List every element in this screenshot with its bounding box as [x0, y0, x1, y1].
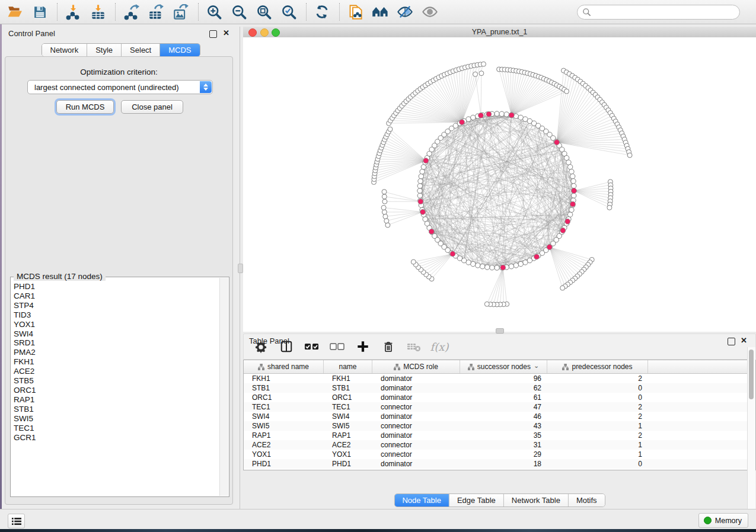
mcds-result-item[interactable]: PHD1 [14, 282, 218, 291]
network-node[interactable] [572, 193, 576, 198]
network-node[interactable] [564, 89, 569, 94]
mcds-result-item[interactable]: TEC1 [14, 424, 218, 433]
network-node[interactable] [499, 111, 504, 116]
zoom-in-icon[interactable] [205, 3, 223, 21]
import-table-icon[interactable] [89, 3, 107, 21]
mcds-result-item[interactable]: ORC1 [14, 386, 218, 395]
network-node[interactable] [382, 210, 387, 214]
tab-network-table[interactable]: Network Table [504, 494, 569, 507]
mcds-result-item[interactable]: SWI5 [14, 414, 218, 424]
close-panel-button[interactable]: Close panel [121, 100, 183, 114]
mcds-result-item[interactable]: YOX1 [14, 320, 218, 329]
hide-details-icon[interactable] [396, 3, 414, 21]
column-header-name[interactable]: name [324, 360, 372, 373]
network-node[interactable] [500, 265, 506, 270]
network-node[interactable] [565, 219, 570, 224]
table-row[interactable]: SWI5SWI5connector431 [244, 421, 755, 431]
run-mcds-button[interactable]: Run MCDS [56, 100, 114, 114]
search-network-icon[interactable] [371, 3, 389, 21]
import-network-icon[interactable] [64, 3, 82, 21]
table-scrollbar[interactable] [747, 360, 755, 470]
network-node[interactable] [450, 251, 455, 257]
open-file-icon[interactable] [6, 3, 24, 21]
network-node[interactable] [627, 153, 632, 158]
table-scrollbar-thumb[interactable] [749, 360, 754, 399]
network-node[interactable] [382, 190, 387, 194]
network-node[interactable] [476, 263, 480, 268]
mcds-result-item[interactable]: TID3 [14, 310, 218, 320]
mcds-result-item[interactable]: SRD1 [14, 338, 218, 348]
network-node[interactable] [382, 199, 387, 204]
mcds-result-item[interactable]: ACE2 [14, 367, 218, 376]
tab-network[interactable]: Network [42, 44, 87, 56]
column-header-MCDS-role[interactable]: MCDS role [372, 360, 460, 373]
zoom-selected-icon[interactable] [280, 3, 298, 21]
network-node[interactable] [382, 194, 387, 199]
tab-style[interactable]: Style [87, 44, 122, 56]
network-canvas[interactable] [243, 37, 756, 332]
network-search-box[interactable] [577, 5, 740, 20]
network-node[interactable] [420, 169, 425, 174]
mcds-result-item[interactable]: STB5 [14, 376, 218, 386]
network-node[interactable] [423, 217, 428, 222]
network-node[interactable] [417, 188, 422, 193]
network-node[interactable] [419, 174, 423, 178]
network-node[interactable] [411, 259, 416, 264]
network-node[interactable] [481, 62, 486, 66]
network-node[interactable] [566, 160, 571, 165]
export-table-icon[interactable] [147, 3, 165, 21]
tab-motifs[interactable]: Motifs [569, 494, 605, 507]
delete-column-icon[interactable] [381, 339, 396, 354]
network-node[interactable] [607, 205, 612, 210]
column-header-predecessor-nodes[interactable]: predecessor nodes [547, 360, 648, 373]
network-node[interactable] [479, 113, 484, 118]
network-node[interactable] [383, 214, 388, 219]
column-header-shared-name[interactable]: shared name [244, 360, 324, 373]
float-panel-icon[interactable] [728, 338, 735, 345]
zoom-out-icon[interactable] [230, 3, 248, 21]
network-node[interactable] [471, 261, 476, 266]
network-node[interactable] [485, 265, 490, 270]
network-node[interactable] [547, 245, 552, 250]
save-session-icon[interactable] [31, 3, 49, 21]
close-panel-icon[interactable]: ✕ [223, 30, 229, 36]
network-node[interactable] [420, 209, 426, 214]
mcds-result-item[interactable]: RAP1 [14, 395, 218, 405]
mcds-result-item[interactable]: PMA2 [14, 348, 218, 357]
network-node[interactable] [417, 184, 422, 188]
network-node[interactable] [523, 260, 528, 265]
table-row[interactable]: FKH1FKH1dominator962 [244, 374, 755, 383]
mcds-result-item[interactable]: FKH1 [14, 357, 218, 367]
clone-network-icon[interactable] [346, 3, 364, 21]
memory-button[interactable]: Memory [698, 513, 748, 528]
network-node[interactable] [560, 286, 565, 290]
network-node[interactable] [490, 265, 495, 270]
table-row[interactable]: PHD1PHD1dominator180 [244, 459, 755, 469]
zoom-fit-icon[interactable] [255, 3, 273, 21]
network-node[interactable] [518, 115, 523, 120]
mcds-result-item[interactable]: GCR1 [14, 433, 218, 443]
network-node[interactable] [554, 140, 560, 145]
network-node[interactable] [421, 165, 426, 169]
network-node[interactable] [466, 117, 471, 121]
tab-edge-table[interactable]: Edge Table [449, 494, 504, 507]
table-row[interactable]: YOX1YOX1connector291 [244, 450, 755, 459]
network-node[interactable] [518, 261, 523, 266]
column-header-successor-nodes[interactable]: successor nodes⌄ [460, 360, 547, 373]
tab-mcds[interactable]: MCDS [160, 44, 199, 56]
network-node[interactable] [417, 193, 422, 198]
network-window-titlebar[interactable]: YPA_prune.txt_1 [243, 27, 756, 38]
vertical-splitter-handle[interactable] [496, 328, 504, 334]
deselect-all-rows-icon[interactable] [330, 339, 345, 354]
network-node[interactable] [534, 254, 540, 259]
refresh-icon[interactable] [313, 3, 331, 21]
tab-select[interactable]: Select [122, 44, 160, 56]
network-node[interactable] [569, 207, 574, 212]
table-row[interactable]: RAP1RAP1dominator352 [244, 431, 755, 440]
table-row[interactable]: STB1STB1dominator620 [244, 383, 755, 393]
network-node[interactable] [572, 188, 577, 194]
search-input[interactable] [594, 7, 733, 17]
network-node[interactable] [388, 127, 393, 132]
network-node[interactable] [509, 113, 514, 118]
close-panel-icon[interactable]: ✕ [741, 337, 747, 344]
